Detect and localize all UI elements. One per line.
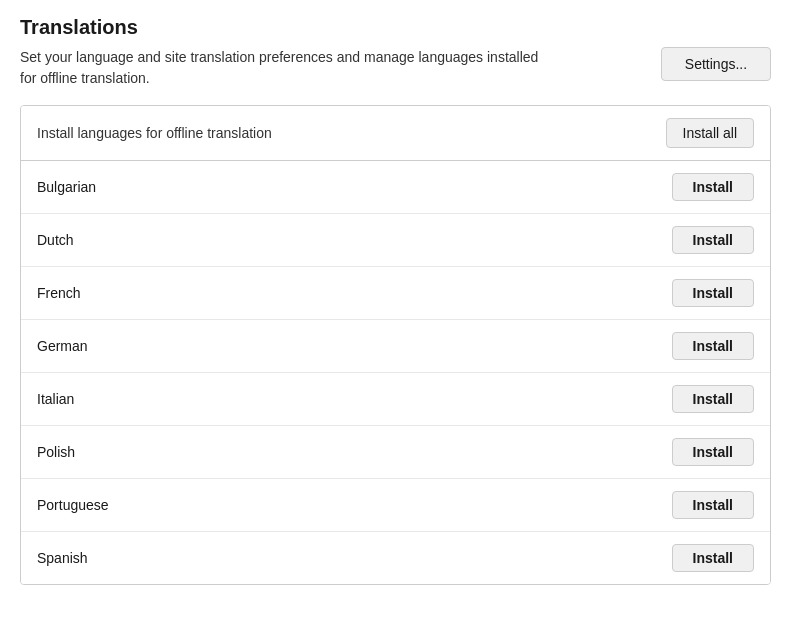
language-name: Dutch: [37, 232, 74, 248]
description-text: Set your language and site translation p…: [20, 47, 540, 89]
language-list: BulgarianInstallDutchInstallFrenchInstal…: [21, 161, 770, 584]
language-row: ItalianInstall: [21, 373, 770, 426]
install-all-row: Install languages for offline translatio…: [21, 106, 770, 161]
language-row: PolishInstall: [21, 426, 770, 479]
install-all-label: Install languages for offline translatio…: [37, 125, 272, 141]
settings-button[interactable]: Settings...: [661, 47, 771, 81]
description-row: Set your language and site translation p…: [20, 47, 771, 89]
language-name: Polish: [37, 444, 75, 460]
language-name: German: [37, 338, 88, 354]
language-row: BulgarianInstall: [21, 161, 770, 214]
language-name: Italian: [37, 391, 74, 407]
install-button-portuguese[interactable]: Install: [672, 491, 754, 519]
install-button-bulgarian[interactable]: Install: [672, 173, 754, 201]
language-name: Bulgarian: [37, 179, 96, 195]
install-button-italian[interactable]: Install: [672, 385, 754, 413]
install-button-spanish[interactable]: Install: [672, 544, 754, 572]
install-all-button[interactable]: Install all: [666, 118, 754, 148]
install-button-german[interactable]: Install: [672, 332, 754, 360]
language-name: French: [37, 285, 81, 301]
language-name: Portuguese: [37, 497, 109, 513]
install-button-dutch[interactable]: Install: [672, 226, 754, 254]
language-row: DutchInstall: [21, 214, 770, 267]
language-row: SpanishInstall: [21, 532, 770, 584]
install-button-polish[interactable]: Install: [672, 438, 754, 466]
install-button-french[interactable]: Install: [672, 279, 754, 307]
language-row: FrenchInstall: [21, 267, 770, 320]
page-title: Translations: [20, 16, 771, 39]
language-row: GermanInstall: [21, 320, 770, 373]
languages-container: Install languages for offline translatio…: [20, 105, 771, 585]
language-name: Spanish: [37, 550, 88, 566]
language-row: PortugueseInstall: [21, 479, 770, 532]
